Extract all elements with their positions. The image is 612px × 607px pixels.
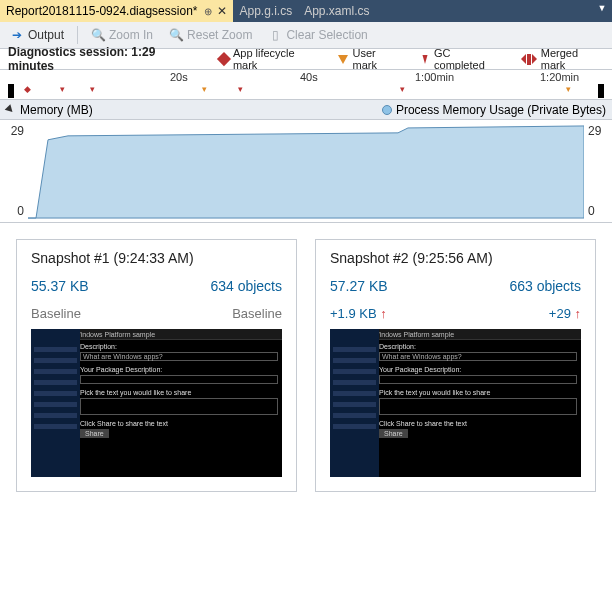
snapshot-size-delta: Baseline bbox=[31, 306, 81, 321]
flag-icon bbox=[423, 55, 428, 64]
snapshot-size-link[interactable]: 55.37 KB bbox=[31, 278, 89, 294]
tick-20s: 20s bbox=[170, 71, 188, 83]
snapshot-thumbnail[interactable]: Universal Windows Platform sample Descri… bbox=[31, 329, 282, 477]
tab-label: App.xaml.cs bbox=[304, 4, 369, 18]
session-legend-row: Diagnostics session: 1:29 minutes App li… bbox=[0, 49, 612, 70]
area-chart-svg bbox=[28, 120, 584, 222]
tick-40s: 40s bbox=[300, 71, 318, 83]
output-button[interactable]: ➔ Output bbox=[4, 25, 70, 45]
ruler-mark: ▾ bbox=[60, 84, 65, 94]
clear-selection-label: Clear Selection bbox=[286, 28, 367, 42]
output-arrow-icon: ➔ bbox=[10, 28, 24, 42]
ruler-mark: ▾ bbox=[566, 84, 571, 94]
time-ruler[interactable]: 20s 40s 1:00min 1:20min ◆ ▾ ▾ ▾ ▾ ▾ ▾ bbox=[0, 70, 612, 100]
close-icon[interactable]: ✕ bbox=[217, 4, 227, 18]
collapse-icon[interactable] bbox=[5, 104, 16, 115]
ruler-mark: ▾ bbox=[90, 84, 95, 94]
pin-icon[interactable]: ⊕ bbox=[203, 6, 213, 17]
chart-plot-area[interactable] bbox=[28, 120, 584, 222]
document-tab-strip: Report20181115-0924.diagsession* ⊕ ✕ App… bbox=[0, 0, 612, 22]
tab-label: App.g.i.cs bbox=[239, 4, 292, 18]
session-title: Diagnostics session: 1:29 minutes bbox=[8, 45, 201, 73]
ruler-mark: ◆ bbox=[24, 84, 31, 94]
arrow-up-icon: ↑ bbox=[575, 306, 582, 321]
tab-app-xaml[interactable]: App.xaml.cs bbox=[298, 0, 375, 22]
output-label: Output bbox=[28, 28, 64, 42]
snapshot-card-2: Snapshot #2 (9:25:56 AM) 57.27 KB 663 ob… bbox=[315, 239, 596, 492]
memory-chart[interactable]: 29 0 29 0 bbox=[0, 120, 612, 223]
memory-title: Memory (MB) bbox=[20, 103, 93, 117]
tab-report[interactable]: Report20181115-0924.diagsession* ⊕ ✕ bbox=[0, 0, 233, 22]
legend-gc: GC completed bbox=[420, 47, 503, 71]
tick-80s: 1:20min bbox=[540, 71, 579, 83]
triangle-icon bbox=[338, 55, 348, 64]
legend-merged: Merged mark bbox=[521, 47, 604, 71]
snapshot-title: Snapshot #2 (9:25:56 AM) bbox=[330, 250, 581, 266]
memory-legend: Process Memory Usage (Private Bytes) bbox=[396, 103, 606, 117]
reset-zoom-icon: 🔍 bbox=[169, 28, 183, 42]
zoom-in-icon: 🔍 bbox=[91, 28, 105, 42]
tick-60s: 1:00min bbox=[415, 71, 454, 83]
reset-zoom-label: Reset Zoom bbox=[187, 28, 252, 42]
start-handle[interactable] bbox=[8, 84, 14, 98]
clear-selection-button[interactable]: ▯ Clear Selection bbox=[262, 25, 373, 45]
end-handle[interactable] bbox=[598, 84, 604, 98]
snapshot-thumbnail[interactable]: Universal Windows Platform sample Descri… bbox=[330, 329, 581, 477]
legend-user: User mark bbox=[338, 47, 402, 71]
clear-selection-icon: ▯ bbox=[268, 28, 282, 42]
legend-lifecycle: App lifecycle mark bbox=[219, 47, 320, 71]
snapshot-objects-link[interactable]: 634 objects bbox=[210, 278, 282, 294]
y-axis-right: 29 0 bbox=[584, 120, 612, 222]
snapshot-obj-delta[interactable]: +29 ↑ bbox=[549, 306, 581, 321]
snapshot-obj-delta: Baseline bbox=[232, 306, 282, 321]
tab-label: Report20181115-0924.diagsession* bbox=[6, 4, 197, 18]
tab-app-gi[interactable]: App.g.i.cs bbox=[233, 0, 298, 22]
series-dot-icon bbox=[382, 105, 392, 115]
snapshot-size-link[interactable]: 57.27 KB bbox=[330, 278, 388, 294]
y-axis-left: 29 0 bbox=[0, 120, 28, 222]
diamond-icon bbox=[217, 52, 231, 66]
reset-zoom-button[interactable]: 🔍 Reset Zoom bbox=[163, 25, 258, 45]
toolbar-separator bbox=[77, 26, 78, 44]
snapshot-objects-link[interactable]: 663 objects bbox=[509, 278, 581, 294]
zoom-in-label: Zoom In bbox=[109, 28, 153, 42]
arrow-up-icon: ↑ bbox=[380, 306, 387, 321]
snapshot-card-1: Snapshot #1 (9:24:33 AM) 55.37 KB 634 ob… bbox=[16, 239, 297, 492]
tab-overflow-dropdown[interactable]: ▼ bbox=[596, 3, 608, 17]
ruler-mark: ▾ bbox=[238, 84, 243, 94]
ruler-mark: ▾ bbox=[202, 84, 207, 94]
merged-mark-icon bbox=[521, 54, 537, 65]
snapshot-size-delta[interactable]: +1.9 KB ↑ bbox=[330, 306, 387, 321]
memory-lane-header: Memory (MB) Process Memory Usage (Privat… bbox=[0, 100, 612, 120]
snapshot-panel: Snapshot #1 (9:24:33 AM) 55.37 KB 634 ob… bbox=[0, 223, 612, 508]
zoom-in-button[interactable]: 🔍 Zoom In bbox=[85, 25, 159, 45]
snapshot-title: Snapshot #1 (9:24:33 AM) bbox=[31, 250, 282, 266]
ruler-mark: ▾ bbox=[400, 84, 405, 94]
